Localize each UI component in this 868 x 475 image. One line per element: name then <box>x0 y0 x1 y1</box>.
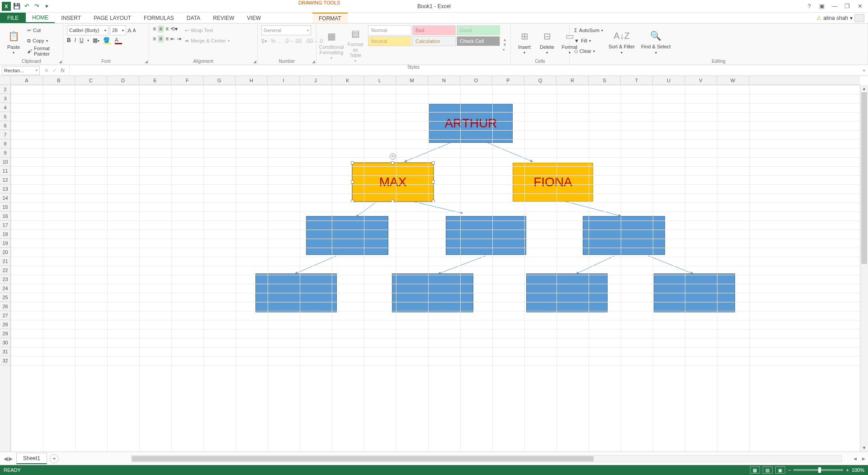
undo-icon[interactable]: ↶ <box>23 2 31 10</box>
help-icon[interactable]: ? <box>804 2 815 11</box>
sheet-nav-next-icon[interactable]: ▶ <box>9 456 13 462</box>
percent-icon[interactable]: % <box>271 38 276 44</box>
increase-decimal-icon[interactable]: .0→.00 <box>284 38 302 44</box>
tab-data[interactable]: DATA <box>180 13 207 23</box>
vertical-scrollbar[interactable]: ▲ ▼ <box>860 85 868 451</box>
merge-center-button[interactable]: ⬌Merge & Center▾ <box>184 36 231 46</box>
column-header[interactable]: J <box>300 76 332 85</box>
fx-icon[interactable]: fx <box>61 67 65 74</box>
row-header[interactable]: 9 <box>0 148 10 157</box>
redo-icon[interactable]: ↷ <box>33 2 41 10</box>
column-header[interactable]: F <box>171 76 203 85</box>
wrap-text-button[interactable]: ↩Wrap Text <box>184 25 231 35</box>
sheet-nav[interactable]: ◀ ▶ <box>0 456 16 462</box>
row-header[interactable]: 26 <box>0 302 10 311</box>
column-header[interactable]: R <box>557 76 589 85</box>
scroll-up-icon[interactable]: ▲ <box>860 85 868 92</box>
shrink-font-icon[interactable]: A <box>133 28 136 33</box>
orientation-icon[interactable]: ⟲▾ <box>170 26 178 32</box>
tab-home[interactable]: HOME <box>26 13 55 23</box>
row-header[interactable]: 4 <box>0 103 10 112</box>
add-sheet-button[interactable]: + <box>50 454 59 463</box>
style-check-cell[interactable]: Check Cell <box>457 36 500 46</box>
row-header[interactable]: 32 <box>0 356 10 365</box>
underline-button[interactable]: U <box>80 37 84 43</box>
minimize-icon[interactable]: — <box>829 2 840 11</box>
scroll-down-icon[interactable]: ▼ <box>860 444 868 451</box>
font-color-icon[interactable]: A <box>115 37 122 43</box>
row-header[interactable]: 28 <box>0 320 10 329</box>
find-select-button[interactable]: 🔍Find & Select▾ <box>639 25 672 58</box>
row-header[interactable]: 16 <box>0 212 10 221</box>
style-neutral[interactable]: Neutral <box>368 36 411 46</box>
column-header[interactable]: H <box>236 76 268 85</box>
align-bottom-icon[interactable]: ≡ <box>165 26 169 32</box>
row-header[interactable]: 20 <box>0 248 10 257</box>
shape-arthur[interactable]: ARTHUR <box>429 104 513 143</box>
sheet-tab-active[interactable]: Sheet1 <box>16 453 47 464</box>
hscroll-left-icon[interactable]: ◀ <box>851 456 859 461</box>
row-header[interactable]: 30 <box>0 338 10 347</box>
row-header[interactable]: 11 <box>0 166 10 175</box>
select-all-button[interactable] <box>0 76 11 85</box>
row-header[interactable]: 15 <box>0 202 10 212</box>
account-area[interactable]: ⚠ alina shah ▾ <box>816 13 868 23</box>
styles-scroll-up-icon[interactable]: ▲ <box>503 38 507 42</box>
row-header[interactable]: 12 <box>0 175 10 184</box>
cancel-formula-icon[interactable]: ✕ <box>44 67 49 74</box>
style-bad[interactable]: Bad <box>412 25 456 35</box>
delete-cells-button[interactable]: ⊟Delete▾ <box>537 25 557 58</box>
font-size-select[interactable]: 28▾ <box>110 25 126 35</box>
save-icon[interactable]: 💾 <box>13 2 21 10</box>
rotate-handle-icon[interactable]: ⟲ <box>390 153 396 160</box>
row-header[interactable]: 6 <box>0 121 10 130</box>
column-headers[interactable]: ABCDEFGHIJKLMNOPQRSTUVW <box>11 76 860 85</box>
row-header[interactable]: 24 <box>0 284 10 293</box>
column-header[interactable]: N <box>428 76 460 85</box>
row-header[interactable]: 13 <box>0 184 10 193</box>
sheet-nav-prev-icon[interactable]: ◀ <box>4 456 8 462</box>
style-calculation[interactable]: Calculation <box>412 36 456 46</box>
shape-row3-1[interactable] <box>306 216 388 255</box>
tab-insert[interactable]: INSERT <box>55 13 87 23</box>
dialog-launcher-icon[interactable]: ◢ <box>59 59 62 64</box>
align-top-icon[interactable]: ≡ <box>153 26 156 32</box>
column-header[interactable]: Q <box>524 76 557 85</box>
row-header[interactable]: 7 <box>0 130 10 139</box>
name-box[interactable]: Rectan...▾ <box>2 66 40 75</box>
conditional-formatting-button[interactable]: ▦ Conditional Formatting▾ <box>320 25 343 64</box>
column-header[interactable]: W <box>717 76 749 85</box>
view-page-break-icon[interactable]: ▣ <box>775 466 785 474</box>
tab-formulas[interactable]: FORMULAS <box>137 13 180 23</box>
column-header[interactable]: D <box>107 76 139 85</box>
shape-row3-2[interactable] <box>446 216 526 255</box>
view-normal-icon[interactable]: ▦ <box>750 466 760 474</box>
ribbon-options-icon[interactable]: ▣ <box>816 2 827 11</box>
autosum-button[interactable]: ΣAutoSum▾ <box>573 25 604 35</box>
horizontal-scrollbar[interactable] <box>131 455 842 462</box>
dialog-launcher-icon[interactable]: ◢ <box>312 59 315 64</box>
zoom-in-icon[interactable]: + <box>846 467 849 473</box>
column-header[interactable]: V <box>685 76 717 85</box>
insert-cells-button[interactable]: ⊞Insert▾ <box>514 25 534 58</box>
column-header[interactable]: S <box>589 76 621 85</box>
column-header[interactable]: L <box>364 76 396 85</box>
shape-max[interactable]: MAX ⟲ <box>352 163 434 202</box>
border-icon[interactable]: ▦▾ <box>93 37 99 43</box>
row-header[interactable]: 10 <box>0 157 10 166</box>
styles-more-icon[interactable]: ▾ <box>503 47 507 52</box>
row-header[interactable]: 31 <box>0 347 10 356</box>
sort-filter-button[interactable]: A↓ZSort & Filter▾ <box>607 25 637 58</box>
zoom-out-icon[interactable]: − <box>788 467 791 473</box>
column-header[interactable]: E <box>139 76 171 85</box>
row-header[interactable]: 2 <box>0 85 10 94</box>
column-header[interactable]: I <box>268 76 300 85</box>
row-header[interactable]: 17 <box>0 221 10 230</box>
avatar[interactable] <box>854 14 864 22</box>
align-right-icon[interactable]: ≡ <box>165 36 169 42</box>
view-page-layout-icon[interactable]: ▤ <box>763 466 773 474</box>
fill-button[interactable]: ▼Fill▾ <box>573 36 604 46</box>
comma-icon[interactable]: , <box>279 38 280 44</box>
tab-page-layout[interactable]: PAGE LAYOUT <box>87 13 137 23</box>
row-headers[interactable]: 2345678910111213141516171819202122232425… <box>0 85 11 451</box>
